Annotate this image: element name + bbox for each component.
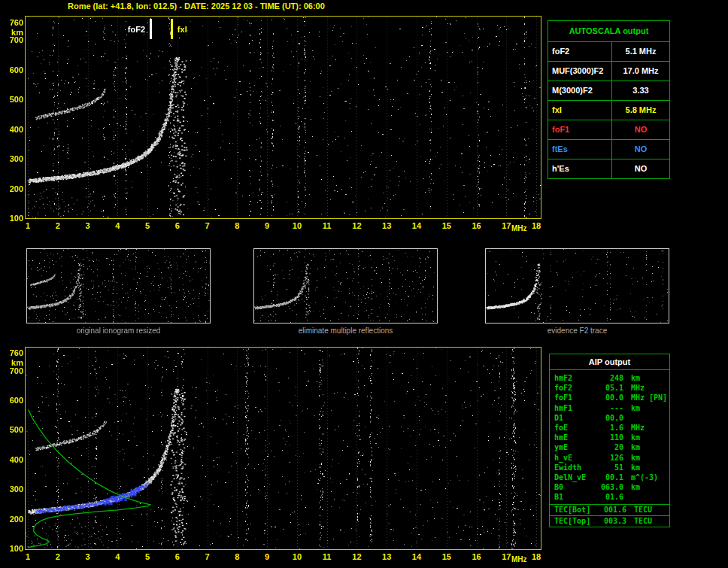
autoscala-table-rows: foF25.1 MHzMUF(3000)F217.0 MHzM(3000)F23… xyxy=(548,41,669,178)
aip-output-table: AIP output hmF2248kmfoF205.1MHzfoF100.0M… xyxy=(549,354,670,527)
aip-param-value: 110 xyxy=(592,433,623,442)
aip-param-unit: MHz xyxy=(631,423,645,433)
thumbnail-2 xyxy=(253,248,438,323)
top-plot-x-tick: 7 xyxy=(200,221,215,230)
top-plot-x-axis-unit: MHz xyxy=(511,224,532,232)
bottom-plot-x-tick: 12 xyxy=(349,552,364,561)
aip-tec-label: TEC[Top] xyxy=(550,516,596,527)
aip-param-value: 51 xyxy=(592,463,623,472)
autoscala-param-label: h'Es xyxy=(548,159,612,178)
top-plot-x-tick: 4 xyxy=(110,221,125,230)
bottom-plot-x-tick: 3 xyxy=(80,552,96,561)
top-plot-x-tick: 13 xyxy=(379,221,394,230)
aip-row: DelN_vE00.1m^(-3) xyxy=(550,472,669,482)
top-plot-y-tick: 400 xyxy=(2,125,23,134)
aip-param-unit: m^(-3) xyxy=(631,472,658,482)
aip-param-value: 1.6 xyxy=(592,423,623,433)
aip-table-rows: hmF2248kmfoF205.1MHzfoF100.0MHz[PN]hmF1-… xyxy=(550,370,669,504)
autoscala-param-value: 3.33 xyxy=(612,81,669,100)
aip-param-label: B1 xyxy=(550,492,592,502)
top-plot-y-tick: 200 xyxy=(2,184,23,193)
autoscala-param-value: 5.1 MHz xyxy=(612,42,669,61)
autoscala-param-value: NO xyxy=(612,140,669,159)
aip-tec-row: TEC[Top]003.3TECU xyxy=(550,515,669,527)
bottom-plot-x-tick: 8 xyxy=(229,552,244,561)
top-plot-y-tick: 600 xyxy=(2,65,23,74)
top-plot-x-tick: 15 xyxy=(439,221,454,230)
top-plot-x-tick: 16 xyxy=(469,221,484,230)
top-plot-y-tick: 500 xyxy=(2,95,23,104)
aip-tec-value: 003.3 xyxy=(596,516,626,527)
autoscala-row: fxI5.8 MHz xyxy=(548,100,669,120)
aip-param-unit: km xyxy=(631,463,640,472)
aip-param-label: hmF2 xyxy=(550,373,592,383)
autoscala-param-label: ftEs xyxy=(548,140,612,159)
autoscala-param-value: 17.0 MHz xyxy=(612,62,669,80)
aip-param-note: [PN] xyxy=(649,393,667,402)
autoscala-row: ftEsNO xyxy=(548,139,669,159)
aip-param-unit: km xyxy=(631,433,640,442)
top-plot-y-axis-unit: km xyxy=(2,28,23,37)
aip-param-unit: km xyxy=(631,482,640,492)
aip-param-label: B0 xyxy=(550,482,592,492)
thumbnail-caption-3: evidence F2 trace xyxy=(485,327,669,335)
bottom-plot-y-tick: 500 xyxy=(2,425,23,434)
autoscala-row: foF1NO xyxy=(548,120,669,139)
bottom-plot-x-tick: 10 xyxy=(290,552,305,561)
top-plot-y-tick: 700 xyxy=(2,35,23,44)
autoscala-param-label: M(3000)F2 xyxy=(548,81,612,100)
top-plot-x-tick: 2 xyxy=(50,221,65,230)
bottom-plot-x-tick: 5 xyxy=(140,552,155,561)
autoscala-output-table: AUTOSCALA output foF25.1 MHzMUF(3000)F21… xyxy=(548,20,670,179)
station-date-time-title: Rome (lat: +41.8, lon: 012.5) - DATE: 20… xyxy=(68,2,325,11)
aip-row: ymE20km xyxy=(550,442,669,452)
bottom-plot-y-axis-unit: km xyxy=(2,358,23,367)
top-plot-x-tick: 11 xyxy=(320,221,335,230)
aip-param-value: --- xyxy=(592,403,623,413)
top-ionogram-canvas xyxy=(26,17,541,218)
aip-param-label: h_vE xyxy=(550,453,592,463)
autoscala-row: foF25.1 MHz xyxy=(548,41,669,61)
aip-param-value: 05.1 xyxy=(592,383,623,393)
aip-row: hmE110km xyxy=(550,433,669,442)
aip-param-label: foE xyxy=(550,423,592,433)
autoscala-param-value: 5.8 MHz xyxy=(612,101,669,120)
bottom-plot-x-tick: 16 xyxy=(469,552,484,561)
aip-param-label: foF2 xyxy=(550,383,592,393)
marker-fof2-label: foF2 xyxy=(112,25,145,34)
aip-param-label: hmE xyxy=(550,433,592,442)
aip-row: foE1.6MHz xyxy=(550,423,669,433)
aip-tec-unit: TECU xyxy=(634,516,652,527)
autoscala-param-value: NO xyxy=(612,159,669,178)
bottom-plot-x-tick: 15 xyxy=(439,552,454,561)
top-plot-x-tick: 14 xyxy=(409,221,424,230)
aip-param-value: 063.0 xyxy=(592,482,623,492)
aip-param-unit: MHz xyxy=(631,393,645,402)
autoscala-screen: Rome (lat: +41.8, lon: 012.5) - DATE: 20… xyxy=(0,0,728,568)
aip-param-value: 20 xyxy=(592,442,623,452)
aip-row: hmF1---km xyxy=(550,403,669,413)
autoscala-param-value: NO xyxy=(612,120,669,139)
bottom-plot-y-tick: 760 xyxy=(2,348,23,357)
aip-param-value: 00.1 xyxy=(592,472,623,482)
top-plot-x-tick: 9 xyxy=(259,221,275,230)
aip-param-label: hmF1 xyxy=(550,403,592,413)
bottom-plot-y-tick: 700 xyxy=(2,366,23,375)
aip-tec-row: TEC[Bot]001.6TECU xyxy=(550,504,669,515)
aip-param-value: 126 xyxy=(592,453,623,463)
aip-row: Ewidth51km xyxy=(550,463,669,472)
bottom-plot-y-tick: 400 xyxy=(2,455,23,464)
aip-param-label: Ewidth xyxy=(550,463,592,472)
aip-row: h_vE126km xyxy=(550,453,669,463)
marker-fof2-line xyxy=(150,19,152,39)
top-plot-x-tick: 12 xyxy=(349,221,364,230)
bottom-plot-x-tick: 9 xyxy=(259,552,275,561)
aip-param-unit: km xyxy=(631,403,640,413)
aip-param-label: DelN_vE xyxy=(550,472,592,482)
top-plot-x-tick: 6 xyxy=(170,221,185,230)
top-plot-x-tick: 5 xyxy=(140,221,155,230)
bottom-ionogram-canvas xyxy=(26,348,541,549)
aip-param-unit: km xyxy=(631,442,640,452)
bottom-plot-x-tick: 7 xyxy=(200,552,215,561)
thumbnail-1 xyxy=(26,248,211,323)
